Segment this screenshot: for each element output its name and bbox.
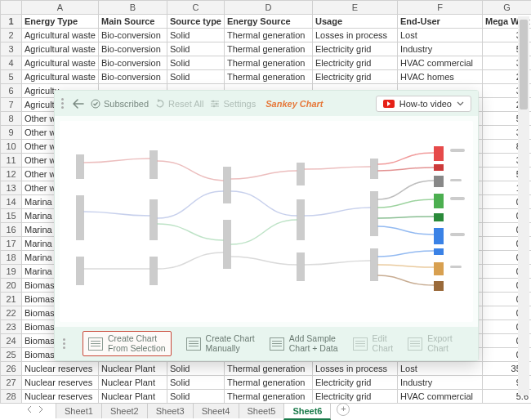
table-row[interactable]: 1Energy TypeMain SourceSource typeEnergy… — [1, 15, 532, 29]
add-sheet-button[interactable]: + — [337, 403, 350, 416]
cell[interactable]: Solid — [167, 376, 225, 390]
row-header[interactable]: 16 — [1, 223, 22, 237]
row-header[interactable]: 5 — [1, 70, 22, 84]
row-header[interactable]: 22 — [1, 306, 22, 320]
cell[interactable]: Nuclear reserves — [22, 376, 99, 390]
cell[interactable]: Electricity grid — [313, 70, 398, 84]
col-header-A[interactable]: A — [22, 1, 99, 15]
cell[interactable]: Agricultural waste — [22, 29, 99, 42]
cell[interactable]: Usage — [313, 15, 398, 29]
cell[interactable]: Energy Type — [22, 15, 99, 29]
cell[interactable]: Industry — [398, 42, 483, 56]
cell[interactable]: Energy Source — [225, 15, 313, 29]
row-header[interactable]: 8 — [1, 112, 22, 126]
cell[interactable]: Industry — [398, 376, 483, 390]
scrollbar-thumb[interactable] — [520, 20, 528, 109]
cell[interactable]: Thermal generation — [225, 29, 313, 42]
row-header[interactable]: 6 — [1, 84, 22, 98]
table-row[interactable]: 4Agricultural wasteBio-conversionSolidTh… — [1, 56, 532, 70]
sheet-tab[interactable]: Sheet6 — [283, 403, 331, 420]
cell[interactable]: Agricultural waste — [22, 56, 99, 70]
cell[interactable]: Solid — [167, 362, 225, 376]
col-header-E[interactable]: E — [313, 1, 398, 15]
cell[interactable]: Thermal generation — [225, 70, 313, 84]
cell[interactable]: Lost — [398, 29, 483, 42]
settings-button[interactable]: Settings — [210, 99, 256, 109]
row-header[interactable]: 12 — [1, 168, 22, 181]
row-header[interactable]: 4 — [1, 56, 22, 70]
create-chart-manually-button[interactable]: Create ChartManually — [186, 334, 255, 353]
cell[interactable]: HVAC homes — [398, 70, 483, 84]
cell[interactable]: Nuclear Plant — [99, 362, 167, 376]
table-row[interactable]: 2Agricultural wasteBio-conversionSolidTh… — [1, 29, 532, 42]
cell[interactable]: Bio-conversion — [99, 29, 167, 42]
row-header[interactable]: 13 — [1, 181, 22, 195]
back-button[interactable] — [73, 99, 84, 109]
row-header[interactable]: 10 — [1, 140, 22, 154]
row-header[interactable]: 1 — [1, 15, 22, 29]
cell[interactable]: Nuclear reserves — [22, 362, 99, 376]
row-header[interactable]: 19 — [1, 265, 22, 279]
cell[interactable]: Agricultural waste — [22, 70, 99, 84]
export-chart-button[interactable]: ExportChart — [408, 334, 452, 353]
subscribed-button[interactable]: Subscribed — [91, 99, 149, 109]
reset-all-button[interactable]: Reset All — [155, 99, 203, 109]
row-header[interactable]: 20 — [1, 279, 22, 293]
cell[interactable]: Solid — [167, 70, 225, 84]
cell[interactable]: Electricity grid — [313, 376, 398, 390]
cell[interactable]: Solid — [167, 29, 225, 42]
row-header[interactable]: 26 — [1, 362, 22, 376]
row-header[interactable]: 28 — [1, 390, 22, 404]
cell[interactable]: Losses in process — [313, 29, 398, 42]
create-chart-from-selection-button[interactable]: Create ChartFrom Selection — [83, 331, 172, 356]
edit-chart-button[interactable]: EditChart — [353, 334, 394, 353]
row-header[interactable]: 15 — [1, 209, 22, 223]
col-header-G[interactable]: G — [483, 1, 532, 15]
add-sample-chart-button[interactable]: Add SampleChart + Data — [270, 334, 338, 353]
cell[interactable]: End-User — [398, 15, 483, 29]
row-header[interactable]: 24 — [1, 334, 22, 348]
cell[interactable]: Main Source — [99, 15, 167, 29]
sheet-tab[interactable]: Sheet3 — [147, 403, 194, 418]
column-header-row[interactable]: A B C D E F G — [1, 1, 532, 15]
cell[interactable]: Source type — [167, 15, 225, 29]
drag-handle-icon[interactable] — [61, 98, 66, 109]
col-header-B[interactable]: B — [99, 1, 167, 15]
col-header-C[interactable]: C — [167, 1, 225, 15]
cell[interactable]: Electricity grid — [313, 56, 398, 70]
select-all-corner[interactable] — [1, 1, 22, 15]
sheet-tab[interactable]: Sheet2 — [101, 403, 148, 418]
cell[interactable]: Solid — [167, 42, 225, 56]
cell[interactable]: Bio-conversion — [99, 70, 167, 84]
chevron-left-icon[interactable] — [26, 405, 33, 413]
cell[interactable]: Bio-conversion — [99, 42, 167, 56]
cell[interactable]: Nuclear Plant — [99, 376, 167, 390]
row-header[interactable]: 27 — [1, 376, 22, 390]
chart-addin-panel[interactable]: Subscribed Reset All Settings Sankey Cha… — [54, 90, 479, 361]
vertical-scrollbar[interactable] — [518, 16, 529, 395]
row-header[interactable]: 9 — [1, 126, 22, 140]
howto-video-button[interactable]: How-to video — [376, 96, 471, 112]
sheet-tab[interactable]: Sheet5 — [239, 403, 285, 418]
cell[interactable]: Lost — [398, 362, 483, 376]
cell[interactable]: Thermal generation — [225, 42, 313, 56]
cell[interactable]: HVAC commercial — [398, 390, 483, 404]
cell[interactable]: Losses in process — [313, 362, 398, 376]
cell[interactable]: Bio-conversion — [99, 56, 167, 70]
cell[interactable]: Solid — [167, 56, 225, 70]
row-header[interactable]: 17 — [1, 237, 22, 251]
table-row[interactable]: 3Agricultural wasteBio-conversionSolidTh… — [1, 42, 532, 56]
sheet-nav-buttons[interactable] — [23, 405, 56, 416]
cell[interactable]: Thermal generation — [225, 376, 313, 390]
chevron-right-icon[interactable] — [38, 405, 44, 413]
cell[interactable]: Electricity grid — [313, 42, 398, 56]
table-row[interactable]: 27Nuclear reservesNuclear PlantSolidTher… — [1, 376, 532, 390]
cell[interactable]: Agricultural waste — [22, 42, 99, 56]
cell[interactable]: Thermal generation — [225, 362, 313, 376]
row-header[interactable]: 14 — [1, 195, 22, 209]
row-header[interactable]: 18 — [1, 251, 22, 265]
row-header[interactable]: 25 — [1, 348, 22, 362]
row-header[interactable]: 7 — [1, 98, 22, 112]
col-header-D[interactable]: D — [225, 1, 313, 15]
cell[interactable]: Thermal generation — [225, 56, 313, 70]
